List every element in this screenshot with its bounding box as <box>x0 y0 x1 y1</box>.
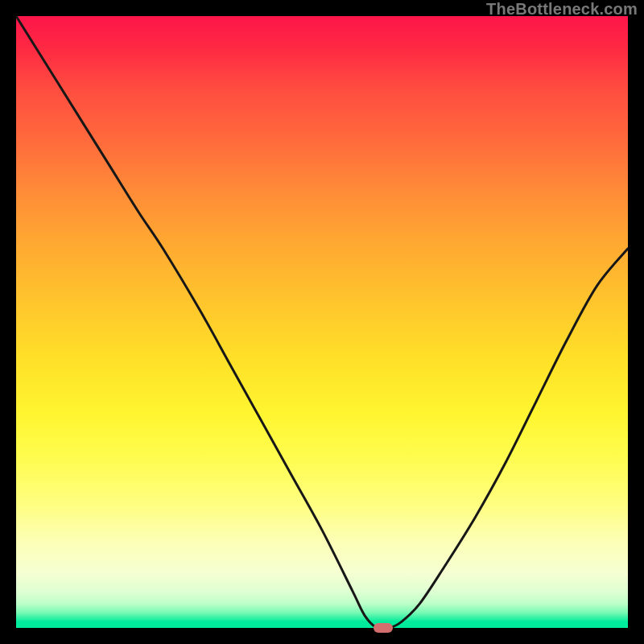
curve-path <box>16 16 628 628</box>
chart-frame: TheBottleneck.com <box>0 0 644 644</box>
optimal-point-marker <box>374 623 393 633</box>
bottleneck-curve <box>16 16 628 628</box>
chart-plot-area <box>16 16 628 628</box>
